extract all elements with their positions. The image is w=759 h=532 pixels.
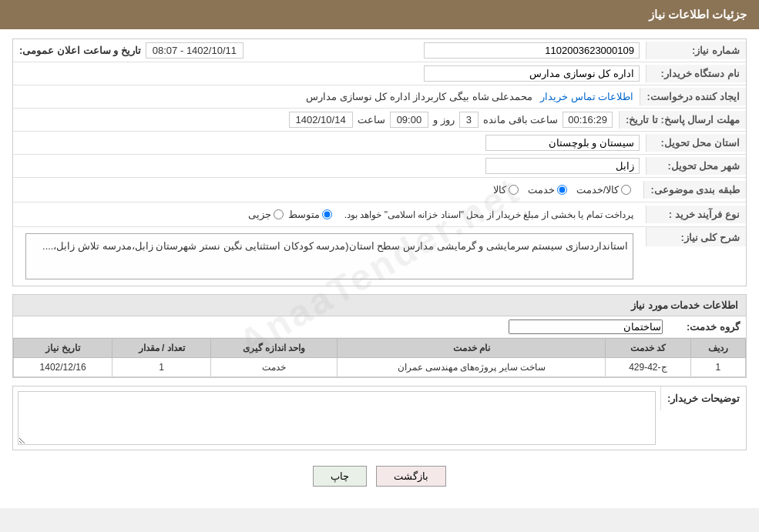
radio-kala-input[interactable] (509, 185, 519, 195)
radio-kala[interactable]: کالا (493, 184, 519, 196)
page-title: جزئیات اطلاعات نیاز (649, 8, 747, 21)
announce-value: 1402/10/11 - 08:07 (146, 42, 243, 59)
radio-jazii-label: جزیی (248, 209, 271, 220)
comments-textarea[interactable] (18, 391, 656, 445)
need-number-value (330, 39, 646, 62)
comments-section: توضیحات خریدار: (12, 386, 747, 450)
table-row: 1ج-42-429ساخت سایر پروژه‌های مهندسی عمرا… (14, 358, 746, 377)
creator-label: ایجاد کننده درخواست: (640, 88, 746, 105)
remaining-time: 00:16:29 (563, 112, 613, 128)
radio-kala-khadamat-label: کالا/خدمت (576, 184, 620, 196)
creator-value: اطلاعات تماس خریدار محمدعلی شاه بیگی کار… (13, 88, 640, 105)
process-value: پرداخت تمام یا بخشی از مبلغ خریدار از مح… (13, 202, 646, 226)
comments-inner: توضیحات خریدار: (13, 386, 746, 450)
city-value (13, 155, 646, 177)
cell-name: ساخت سایر پروژه‌های مهندسی عمران (338, 358, 606, 377)
services-table: ردیف کد خدمت نام خدمت واحد اندازه گیری ت… (13, 338, 746, 377)
services-group-row: گروه خدمت: (13, 316, 746, 338)
col-header-code: کد خدمت (606, 339, 690, 358)
department-value (13, 62, 646, 85)
description-box: استانداردسازی سیستم سرمایشی و گرمایشی مد… (25, 233, 633, 279)
department-row: نام دستگاه خریدار: (13, 62, 746, 85)
province-input[interactable] (485, 135, 640, 151)
province-label: استان محل تحویل: (646, 134, 746, 152)
deadline-row: مهلت ارسال پاسخ: تا تاریخ: 00:16:29 ساعت… (13, 109, 746, 132)
deadline-date: 1402/10/14 (289, 112, 353, 128)
radio-khadamat[interactable]: خدمت (528, 184, 567, 196)
remaining-label: ساعت باقی مانده (483, 114, 558, 125)
city-label: شهر محل تحویل: (646, 157, 746, 175)
col-header-date: تاریخ نیاز (14, 339, 113, 358)
city-row: شهر محل تحویل: (13, 155, 746, 178)
department-label: نام دستگاه خریدار: (646, 65, 746, 82)
cell-date: 1402/12/16 (14, 358, 113, 377)
process-label: نوع فرآیند خرید : (646, 206, 746, 223)
category-radios: کالا/خدمت خدمت کالا (13, 178, 643, 202)
cell-row: 1 (690, 358, 745, 377)
radio-motavasset-input[interactable] (322, 209, 332, 219)
days-label: روز و (433, 114, 455, 125)
deadline-days: 3 (459, 112, 479, 128)
announce-label: تاریخ و ساعت اعلان عمومی: (19, 45, 141, 56)
radio-khadamat-input[interactable] (557, 185, 567, 195)
time-label: ساعت (358, 114, 385, 125)
creator-name: محمدعلی شاه بیگی کاربرداز اداره کل نوساز… (306, 91, 532, 102)
description-row: شرح کلی نیاز: استانداردسازی سیستم سرمایش… (13, 227, 746, 286)
category-label: طبقه بندی موضوعی: (643, 181, 746, 199)
department-input[interactable] (424, 65, 640, 82)
need-number-label: شماره نیاز: (646, 42, 746, 59)
deadline-value: 00:16:29 ساعت باقی مانده 3 روز و 09:00 س… (13, 109, 619, 131)
col-header-unit: واحد اندازه گیری (211, 339, 338, 358)
services-table-container: ردیف کد خدمت نام خدمت واحد اندازه گیری ت… (13, 338, 746, 377)
radio-jazii-input[interactable] (274, 209, 284, 219)
cell-code: ج-42-429 (606, 358, 690, 377)
process-note: پرداخت تمام یا بخشی از مبلغ خریدار از مح… (344, 209, 633, 220)
services-group-label: گروه خدمت: (663, 321, 740, 333)
radio-khadamat-label: خدمت (528, 184, 555, 196)
deadline-time: 09:00 (390, 112, 429, 128)
print-button[interactable]: چاپ (313, 466, 367, 487)
services-group-input[interactable] (509, 320, 663, 334)
services-section-title: اطلاعات خدمات مورد نیاز (13, 295, 746, 316)
province-value (13, 132, 646, 154)
need-number-row: شماره نیاز: 1402/10/11 - 08:07 تاریخ و س… (13, 39, 746, 62)
radio-kala-khadamat[interactable]: کالا/خدمت (576, 184, 632, 196)
main-content: شماره نیاز: 1402/10/11 - 08:07 تاریخ و س… (0, 29, 759, 508)
page-wrapper: جزئیات اطلاعات نیاز شماره نیاز: 1402/10/… (0, 0, 759, 508)
col-header-name: نام خدمت (338, 339, 606, 358)
radio-motavasset-label: متوسط (288, 209, 320, 220)
radio-kala-khadamat-input[interactable] (621, 185, 631, 195)
process-row: نوع فرآیند خرید : پرداخت تمام یا بخشی از… (13, 202, 746, 227)
page-header: جزئیات اطلاعات نیاز (0, 0, 759, 29)
comments-label: توضیحات خریدار: (660, 386, 746, 410)
deadline-label: مهلت ارسال پاسخ: تا تاریخ: (619, 111, 746, 129)
cell-count: 1 (113, 358, 211, 377)
radio-kala-label: کالا (493, 184, 506, 196)
description-label: شرح کلی نیاز: (646, 227, 746, 246)
radio-jazii[interactable]: جزیی (248, 209, 284, 220)
category-row: طبقه بندی موضوعی: کالا/خدمت خدمت (13, 178, 746, 202)
services-section: اطلاعات خدمات مورد نیاز گروه خدمت: ردیف … (12, 294, 747, 378)
description-value: استانداردسازی سیستم سرمایشی و گرمایشی مد… (13, 227, 646, 286)
col-header-count: تعداد / مقدار (113, 339, 211, 358)
radio-motavasset[interactable]: متوسط (288, 209, 332, 220)
need-number-input[interactable] (424, 42, 640, 59)
cell-unit: خدمت (211, 358, 338, 377)
buttons-row: بازگشت چاپ (12, 458, 747, 499)
info-section: شماره نیاز: 1402/10/11 - 08:07 تاریخ و س… (12, 38, 747, 286)
back-button[interactable]: بازگشت (376, 466, 446, 487)
province-row: استان محل تحویل: (13, 132, 746, 155)
col-header-row: ردیف (690, 339, 745, 358)
creator-row: ایجاد کننده درخواست: اطلاعات تماس خریدار… (13, 85, 746, 109)
creator-link[interactable]: اطلاعات تماس خریدار (540, 91, 633, 102)
announce-area: 1402/10/11 - 08:07 تاریخ و ساعت اعلان عم… (13, 39, 330, 62)
city-input[interactable] (485, 158, 640, 174)
